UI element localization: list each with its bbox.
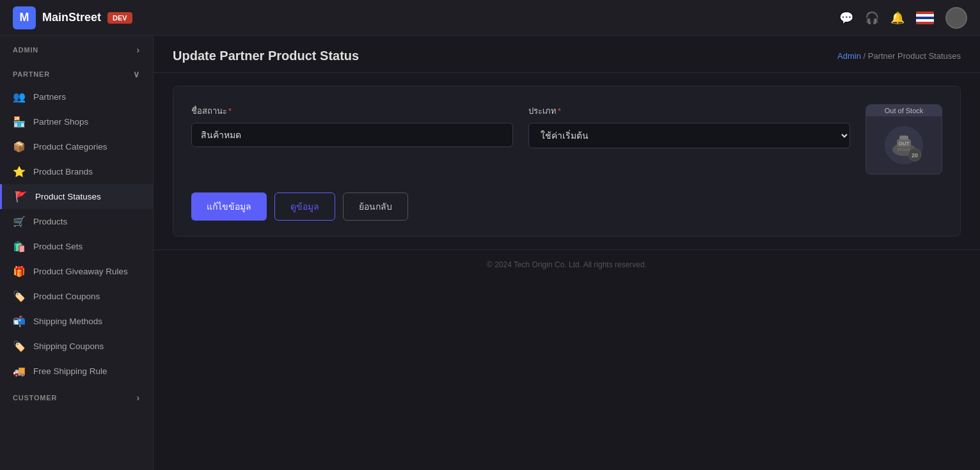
form-group-type: ประเภท* ใช้ค่าเริ่มต้น กำหนดเอง <box>528 104 850 148</box>
edit-button[interactable]: แก้ไขข้อมูล <box>191 192 267 221</box>
svg-text:STOCK: STOCK <box>897 148 911 152</box>
product-giveaway-rules-icon: 🎁 <box>13 265 26 278</box>
breadcrumb-separator: / <box>864 51 868 61</box>
back-button[interactable]: ย้อนกลับ <box>343 192 408 221</box>
sidebar-item-label: Products <box>33 217 67 226</box>
action-buttons: แก้ไขข้อมูล ดูข้อมูล ย้อนกลับ <box>191 192 942 221</box>
footer: © 2024 Tech Origin Co. Ltd. All rights r… <box>154 249 980 279</box>
content-area: Update Partner Product Status Admin / Pa… <box>154 36 980 470</box>
headset-icon[interactable]: 🎧 <box>865 11 879 25</box>
sidebar-item-shipping-coupons[interactable]: 🏷️ Shipping Coupons <box>0 334 153 359</box>
bell-icon[interactable]: 🔔 <box>890 11 905 25</box>
sidebar: ADMIN › PARTNER ∨ 👥 Partners 🏪 Partner S… <box>0 36 154 470</box>
sidebar-item-label: Free Shipping Rule <box>33 366 107 376</box>
product-categories-icon: 📦 <box>13 141 26 153</box>
sidebar-item-product-coupons[interactable]: 🏷️ Product Coupons <box>0 284 153 309</box>
sidebar-item-product-statuses[interactable]: 🚩 Product Statuses <box>0 184 153 209</box>
logo-area: M MainStreet DEV <box>13 6 839 29</box>
sidebar-item-product-categories[interactable]: 📦 Product Categories <box>0 134 153 159</box>
admin-chevron-icon: › <box>137 45 140 55</box>
sidebar-item-shipping-methods[interactable]: 📬 Shipping Methods <box>0 309 153 334</box>
sidebar-item-product-sets[interactable]: 🛍️ Product Sets <box>0 234 153 259</box>
type-label: ประเภท* <box>528 104 850 118</box>
shipping-methods-icon: 📬 <box>13 315 26 327</box>
flag-thai-icon[interactable] <box>916 12 934 24</box>
breadcrumb-current: Partner Product Statuses <box>868 51 961 61</box>
footer-text: © 2024 Tech Origin Co. Ltd. All rights r… <box>487 260 647 269</box>
svg-text:20: 20 <box>912 152 918 159</box>
shipping-coupons-icon: 🏷️ <box>13 340 26 352</box>
partners-icon: 👥 <box>13 91 26 103</box>
chat-icon[interactable]: 💬 <box>839 11 853 25</box>
dev-badge: DEV <box>107 12 132 24</box>
breadcrumb-admin-link[interactable]: Admin <box>837 51 861 61</box>
product-brands-icon: ⭐ <box>13 166 26 178</box>
content-header: Update Partner Product Status Admin / Pa… <box>154 36 980 73</box>
svg-text:OUT: OUT <box>899 141 910 146</box>
out-of-stock-svg: OUT STOCK 20 <box>881 123 926 168</box>
logo-icon: M <box>13 6 36 29</box>
image-preview-content: OUT STOCK 20 <box>881 116 926 174</box>
view-button[interactable]: ดูข้อมูล <box>274 192 335 221</box>
sidebar-item-label: Product Sets <box>33 242 83 251</box>
logo-text: MainStreet <box>42 11 101 24</box>
required-star: * <box>228 106 232 116</box>
sidebar-section-customer[interactable]: CUSTOMER › <box>0 384 153 408</box>
free-shipping-rule-icon: 🚚 <box>13 365 26 377</box>
product-coupons-icon: 🏷️ <box>13 290 26 302</box>
name-input[interactable] <box>191 123 513 147</box>
sidebar-item-partner-shops[interactable]: 🏪 Partner Shops <box>0 109 153 134</box>
sidebar-item-label: Product Statuses <box>35 192 101 201</box>
partner-shops-icon: 🏪 <box>13 116 26 128</box>
sidebar-item-products[interactable]: 🛒 Products <box>0 209 153 234</box>
sidebar-item-label: Product Coupons <box>33 292 100 301</box>
page-title: Update Partner Product Status <box>173 49 359 63</box>
user-avatar[interactable] <box>945 7 967 29</box>
form-row: ชื่อสถานะ* ประเภท* ใช้ค่าเริ่มต้น กำหนดเ… <box>191 104 942 175</box>
sidebar-item-label: Shipping Methods <box>33 317 102 326</box>
image-label: Out of Stock <box>866 105 942 116</box>
sidebar-item-label: Product Giveaway Rules <box>33 267 128 276</box>
partner-chevron-icon: ∨ <box>133 69 140 79</box>
name-label: ชื่อสถานะ* <box>191 104 513 118</box>
sidebar-section-admin[interactable]: ADMIN › <box>0 36 153 60</box>
sidebar-item-label: Partner Shops <box>33 117 88 127</box>
sidebar-section-partner[interactable]: PARTNER ∨ <box>0 60 153 84</box>
required-star-type: * <box>558 106 561 116</box>
sidebar-item-product-brands[interactable]: ⭐ Product Brands <box>0 159 153 184</box>
customer-chevron-icon: › <box>137 393 140 403</box>
topnav: M MainStreet DEV 💬 🎧 🔔 <box>0 0 980 36</box>
sidebar-item-label: Shipping Coupons <box>33 341 104 351</box>
form-card: ชื่อสถานะ* ประเภท* ใช้ค่าเริ่มต้น กำหนดเ… <box>173 86 961 237</box>
sidebar-item-label: Product Categories <box>33 142 107 152</box>
form-group-name: ชื่อสถานะ* <box>191 104 513 147</box>
products-icon: 🛒 <box>13 215 26 228</box>
type-select[interactable]: ใช้ค่าเริ่มต้น กำหนดเอง <box>528 123 850 148</box>
sidebar-item-product-giveaway-rules[interactable]: 🎁 Product Giveaway Rules <box>0 259 153 284</box>
sidebar-item-label: Product Brands <box>33 167 93 176</box>
breadcrumb: Admin / Partner Product Statuses <box>837 51 961 61</box>
sidebar-item-label: Partners <box>33 92 66 102</box>
sidebar-item-partners[interactable]: 👥 Partners <box>0 84 153 109</box>
image-preview: Out of Stock OUT STOCK 20 <box>865 104 942 175</box>
sidebar-item-free-shipping-rule[interactable]: 🚚 Free Shipping Rule <box>0 359 153 384</box>
product-statuses-icon: 🚩 <box>15 191 28 203</box>
product-sets-icon: 🛍️ <box>13 240 26 253</box>
topnav-icons: 💬 🎧 🔔 <box>839 7 967 29</box>
